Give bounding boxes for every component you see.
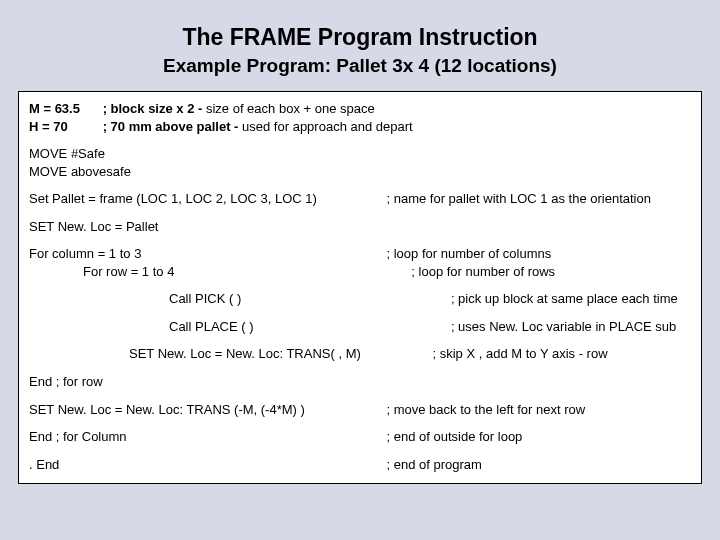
for-column: For column = 1 to 3 (29, 245, 386, 263)
for-row-row: For row = 1 to 4 ; loop for number of ro… (29, 263, 691, 281)
var-h: H = 70 (29, 118, 99, 136)
trans-cmt: ; skip X , add M to Y axis - row (432, 345, 691, 363)
move-safe: MOVE #Safe (29, 145, 691, 163)
move-abovesafe: MOVE abovesafe (29, 163, 691, 181)
end-col-cmt: ; end of outside for loop (386, 428, 691, 446)
call-pick-row: Call PICK ( ) ; pick up block at same pl… (29, 290, 691, 308)
page-subtitle: Example Program: Pallet 3x 4 (12 locatio… (18, 55, 702, 77)
end-row: End ; for row (29, 373, 691, 391)
end-col: End ; for Column (29, 428, 386, 446)
m-comment-rest: size of each box + one space (202, 101, 374, 116)
trans2-row: SET New. Loc = New. Loc: TRANS (-M, (-4*… (29, 401, 691, 419)
for-column-row: For column = 1 to 3 ; loop for number of… (29, 245, 691, 263)
call-place-cmt: ; uses New. Loc variable in PLACE sub (451, 318, 691, 336)
trans-code: SET New. Loc = New. Loc: TRANS( , M) (29, 345, 432, 363)
end-prog-row: . End ; end of program (29, 456, 691, 474)
set-pallet-comment: ; name for pallet with LOC 1 as the orie… (386, 190, 691, 208)
var-m: M = 63.5 (29, 100, 99, 118)
call-pick: Call PICK ( ) (29, 290, 451, 308)
end-prog-cmt: ; end of program (386, 456, 691, 474)
call-pick-cmt: ; pick up block at same place each time (451, 290, 691, 308)
set-pallet-row: Set Pallet = frame (LOC 1, LOC 2, LOC 3,… (29, 190, 691, 208)
def-line-m: M = 63.5 ; block size x 2 - size of each… (29, 100, 691, 118)
h-comment-rest: used for approach and depart (238, 119, 412, 134)
m-comment-bold: ; block size x 2 - (103, 101, 203, 116)
h-comment-bold: ; 70 mm above pallet - (103, 119, 239, 134)
trans2-code: SET New. Loc = New. Loc: TRANS (-M, (-4*… (29, 401, 386, 419)
page-title: The FRAME Program Instruction (18, 24, 702, 51)
set-newloc: SET New. Loc = Pallet (29, 218, 691, 236)
end-col-row: End ; for Column ; end of outside for lo… (29, 428, 691, 446)
code-box: M = 63.5 ; block size x 2 - size of each… (18, 91, 702, 484)
for-column-cmt: ; loop for number of columns (386, 245, 691, 263)
trans-row: SET New. Loc = New. Loc: TRANS( , M) ; s… (29, 345, 691, 363)
end-prog: . End (29, 456, 386, 474)
call-place-row: Call PLACE ( ) ; uses New. Loc variable … (29, 318, 691, 336)
def-line-h: H = 70 ; 70 mm above pallet - used for a… (29, 118, 691, 136)
for-row: For row = 1 to 4 (29, 263, 411, 281)
slide: The FRAME Program Instruction Example Pr… (0, 0, 720, 540)
call-place: Call PLACE ( ) (29, 318, 451, 336)
trans2-cmt: ; move back to the left for next row (386, 401, 691, 419)
set-pallet-code: Set Pallet = frame (LOC 1, LOC 2, LOC 3,… (29, 190, 386, 208)
for-row-cmt: ; loop for number of rows (411, 263, 691, 281)
